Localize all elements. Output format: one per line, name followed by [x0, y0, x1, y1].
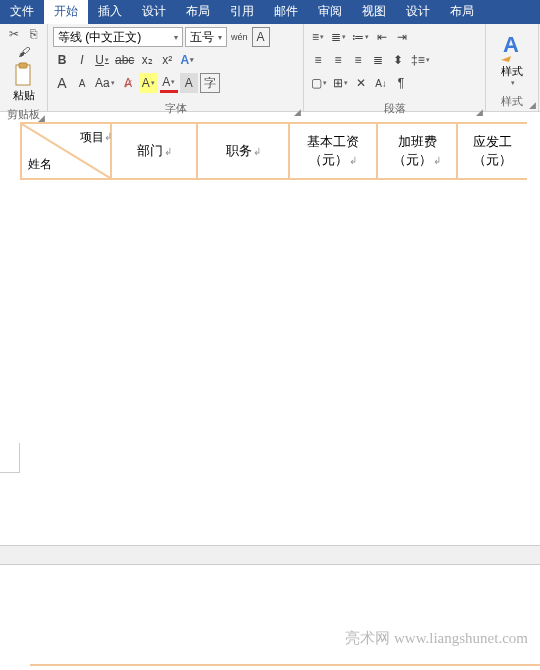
styles-launcher[interactable]: ◢: [529, 100, 536, 110]
shading-button[interactable]: ▢▾: [309, 73, 329, 93]
tab-file[interactable]: 文件: [0, 0, 44, 24]
styles-label: 样式◢: [486, 92, 538, 111]
char-shading-button[interactable]: A: [180, 73, 198, 93]
text-direction-button[interactable]: ✕: [352, 73, 370, 93]
document-area[interactable]: 项目↲ 姓名 部门↲ 职务↲ 基本工资 （元）↲ 加班费 （元）↲ 应发工 （元…: [0, 112, 540, 180]
header-project: 项目: [80, 129, 104, 146]
header-total[interactable]: 应发工 （元）: [457, 123, 527, 179]
tab-review[interactable]: 审阅: [308, 0, 352, 24]
sort-button[interactable]: A↓: [372, 73, 390, 93]
clipboard-label: 剪贴板◢: [0, 105, 47, 124]
svg-rect-1: [19, 63, 27, 68]
font-name-combo[interactable]: 等线 (中文正文)▾: [53, 27, 183, 47]
paste-label: 粘贴: [13, 88, 35, 103]
grow-font-button[interactable]: A: [53, 73, 71, 93]
strike-button[interactable]: abc: [113, 50, 136, 70]
multilevel-button[interactable]: ≔▾: [350, 27, 371, 47]
group-font: 等线 (中文正文)▾ 五号▾ wén A B I U▾ abc x₂ x² A▾…: [48, 24, 304, 111]
tab-references[interactable]: 引用: [220, 0, 264, 24]
ribbon: ✂ ⎘ 🖌 粘贴 剪贴板◢ 等线 (中文正文)▾ 五号▾ wén A B I U…: [0, 24, 540, 112]
bold-button[interactable]: B: [53, 50, 71, 70]
line-spacing-button[interactable]: ‡≡▾: [409, 50, 432, 70]
paragraph-label: 段落◢: [304, 99, 485, 118]
align-center-button[interactable]: ≡: [329, 50, 347, 70]
numbering-button[interactable]: ≣▾: [329, 27, 348, 47]
phonetic-guide-button[interactable]: wén: [229, 27, 250, 47]
tab-home[interactable]: 开始: [44, 0, 88, 24]
paste-button[interactable]: 粘贴: [13, 62, 35, 103]
superscript-button[interactable]: x²: [158, 50, 176, 70]
format-painter-icon[interactable]: 🖌: [16, 44, 32, 60]
styles-btn-label: 样式: [501, 64, 523, 79]
group-paragraph: ≡▾ ≣▾ ≔▾ ⇤ ⇥ ≡ ≡ ≡ ≣ ⬍ ‡≡▾ ▢▾ ⊞▾ ✕ A↓ ¶: [304, 24, 486, 111]
header-overtime[interactable]: 加班费 （元）↲: [377, 123, 457, 179]
borders-button[interactable]: ⊞▾: [331, 73, 350, 93]
increase-indent-button[interactable]: ⇥: [393, 27, 411, 47]
cut-icon[interactable]: ✂: [6, 26, 22, 42]
decrease-indent-button[interactable]: ⇤: [373, 27, 391, 47]
distribute-button[interactable]: ⬍: [389, 50, 407, 70]
page-corner: [0, 443, 20, 473]
copy-icon[interactable]: ⎘: [26, 26, 42, 42]
group-clipboard: ✂ ⎘ 🖌 粘贴 剪贴板◢: [0, 24, 48, 111]
salary-table[interactable]: 项目↲ 姓名 部门↲ 职务↲ 基本工资 （元）↲ 加班费 （元）↲ 应发工 （元…: [20, 122, 527, 180]
underline-button[interactable]: U▾: [93, 50, 111, 70]
align-left-button[interactable]: ≡: [309, 50, 327, 70]
page-gap: [0, 545, 540, 565]
next-page-table-edge: [30, 664, 540, 670]
text-effects-button[interactable]: A▾: [178, 50, 196, 70]
tab-design[interactable]: 设计: [132, 0, 176, 24]
svg-text:A: A: [503, 32, 519, 57]
font-launcher[interactable]: ◢: [294, 107, 301, 117]
char-border-button[interactable]: A: [252, 27, 270, 47]
align-right-button[interactable]: ≡: [349, 50, 367, 70]
subscript-button[interactable]: x₂: [138, 50, 156, 70]
header-name: 姓名: [28, 156, 52, 173]
italic-button[interactable]: I: [73, 50, 91, 70]
ribbon-tabs: 文件 开始 插入 设计 布局 引用 邮件 审阅 视图 设计 布局: [0, 0, 540, 24]
styles-button[interactable]: A 样式 ▾: [494, 26, 530, 91]
para-launcher[interactable]: ◢: [476, 107, 483, 117]
change-case-button[interactable]: Aa▾: [93, 73, 117, 93]
shrink-font-button[interactable]: A: [73, 73, 91, 93]
highlight-button[interactable]: A▾: [139, 73, 158, 93]
clear-formatting-button[interactable]: A̷: [119, 73, 137, 93]
tab-insert[interactable]: 插入: [88, 0, 132, 24]
font-size-combo[interactable]: 五号▾: [185, 27, 227, 47]
tab-table-design[interactable]: 设计: [396, 0, 440, 24]
group-styles: A 样式 ▾ 样式◢: [486, 24, 539, 111]
diagonal-header-cell[interactable]: 项目↲ 姓名: [21, 123, 111, 179]
justify-button[interactable]: ≣: [369, 50, 387, 70]
font-color-button[interactable]: A▾: [160, 73, 178, 93]
tab-table-layout[interactable]: 布局: [440, 0, 484, 24]
tab-layout[interactable]: 布局: [176, 0, 220, 24]
clipboard-launcher[interactable]: ◢: [38, 113, 45, 123]
font-label: 字体◢: [48, 99, 303, 118]
show-marks-button[interactable]: ¶: [392, 73, 410, 93]
header-position[interactable]: 职务↲: [197, 123, 289, 179]
header-dept[interactable]: 部门↲: [111, 123, 197, 179]
bullets-button[interactable]: ≡▾: [309, 27, 327, 47]
enclose-char-button[interactable]: 字: [200, 73, 220, 93]
watermark: 亮术网 www.liangshunet.com: [345, 629, 528, 648]
tab-mailings[interactable]: 邮件: [264, 0, 308, 24]
header-base-salary[interactable]: 基本工资 （元）↲: [289, 123, 377, 179]
tab-view[interactable]: 视图: [352, 0, 396, 24]
